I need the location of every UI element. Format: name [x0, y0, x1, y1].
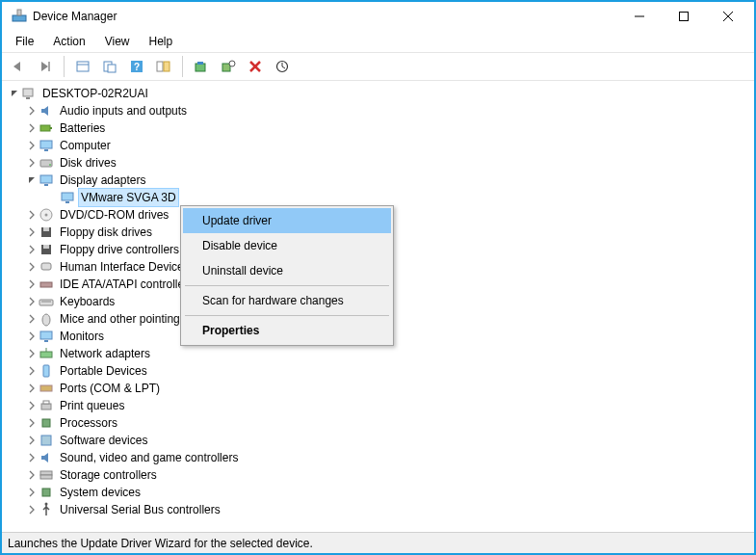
tree-expander[interactable]: [25, 176, 39, 185]
minimize-button[interactable]: [617, 2, 662, 31]
tree-node-sysdev[interactable]: System devices: [4, 484, 752, 501]
node-label: Disk drives: [58, 154, 118, 172]
svg-rect-53: [42, 419, 50, 427]
window-controls: [617, 2, 750, 31]
svg-rect-40: [41, 263, 51, 270]
cd-icon: [39, 207, 54, 223]
tree-node-portable[interactable]: Portable Devices: [4, 362, 752, 380]
menu-action[interactable]: Action: [45, 33, 92, 50]
ports-icon: [39, 381, 54, 396]
refresh-button[interactable]: [272, 56, 293, 77]
tree-expander[interactable]: [25, 210, 39, 220]
statusbar: Launches the Update Driver Wizard for th…: [2, 532, 754, 553]
svg-rect-7: [77, 62, 89, 71]
tree-node-computer[interactable]: Computer: [4, 137, 752, 154]
svg-rect-49: [43, 365, 49, 377]
maximize-button[interactable]: [662, 2, 706, 31]
menu-help[interactable]: Help: [142, 33, 181, 50]
tree-node-display[interactable]: Display adapters: [4, 172, 752, 189]
tree-node-ports[interactable]: Ports (COM & LPT): [4, 380, 752, 397]
properties-button[interactable]: [99, 56, 120, 77]
tree-expander[interactable]: [25, 401, 39, 410]
tree-expander[interactable]: [25, 262, 39, 272]
chip-icon: [39, 415, 54, 431]
tree-node-usb[interactable]: Universal Serial Bus controllers: [4, 501, 752, 518]
tree-expander[interactable]: [25, 505, 39, 515]
tree-node-network[interactable]: Network adapters: [4, 345, 752, 362]
tree-node-audio[interactable]: Audio inputs and outputs: [4, 102, 752, 119]
svg-rect-54: [41, 436, 51, 445]
svg-rect-56: [40, 475, 52, 479]
tree-expander[interactable]: [25, 418, 39, 428]
node-label: Display adapters: [58, 172, 147, 189]
tree-expander[interactable]: [25, 383, 39, 393]
tree-node-storage[interactable]: Storage controllers: [4, 466, 752, 484]
context-menu-item[interactable]: Uninstall device: [183, 258, 391, 283]
tree-expander[interactable]: [25, 436, 39, 445]
scan-hardware-button[interactable]: [218, 56, 239, 77]
forward-button[interactable]: [35, 56, 56, 77]
context-menu-item[interactable]: Scan for hardware changes: [183, 288, 391, 313]
menu-file[interactable]: File: [8, 33, 41, 50]
svg-rect-45: [40, 331, 52, 339]
tree-expander[interactable]: [25, 366, 39, 376]
menu-view[interactable]: View: [97, 33, 138, 50]
tree-node-batteries[interactable]: Batteries: [4, 119, 752, 137]
tree-expander[interactable]: [25, 141, 39, 150]
context-menu-separator: [185, 285, 389, 286]
svg-rect-23: [26, 97, 30, 99]
node-label: Floppy disk drives: [58, 224, 154, 241]
tree-expander[interactable]: [8, 90, 21, 98]
update-driver-button[interactable]: [191, 56, 212, 77]
node-label: Portable Devices: [58, 362, 149, 380]
show-hidden-button[interactable]: [72, 56, 93, 77]
back-button[interactable]: [8, 56, 29, 77]
tree-node-sound[interactable]: Sound, video and game controllers: [4, 449, 752, 466]
svg-rect-47: [40, 352, 52, 357]
tree-expander[interactable]: [25, 488, 39, 497]
svg-point-44: [42, 314, 50, 326]
tree-node-proc[interactable]: Processors: [4, 414, 752, 432]
svg-rect-0: [13, 15, 26, 21]
close-button[interactable]: [706, 2, 750, 31]
tree-expander[interactable]: [25, 470, 39, 480]
tree-expander[interactable]: [25, 106, 39, 116]
uninstall-button[interactable]: [245, 56, 266, 77]
node-label: Audio inputs and outputs: [58, 102, 189, 119]
portable-icon: [39, 363, 54, 379]
toggle-console-button[interactable]: [153, 56, 174, 77]
tree-root[interactable]: DESKTOP-02R2UAI: [4, 85, 752, 102]
tree-expander[interactable]: [25, 349, 39, 358]
tree-node-disk[interactable]: Disk drives: [4, 154, 752, 172]
tree-expander[interactable]: [25, 227, 39, 237]
tree-expander[interactable]: [25, 453, 39, 462]
node-label: VMware SVGA 3D: [79, 189, 178, 206]
svg-rect-10: [108, 65, 116, 72]
context-menu-item[interactable]: Disable device: [183, 233, 391, 258]
tree-expander[interactable]: [25, 123, 39, 133]
svg-rect-3: [680, 13, 689, 21]
tree-node-vmware-svga[interactable]: VMware SVGA 3D: [4, 189, 752, 206]
battery-icon: [39, 120, 54, 136]
node-label: Keyboards: [58, 293, 117, 310]
titlebar[interactable]: Device Manager: [2, 2, 754, 31]
svg-rect-31: [44, 184, 48, 186]
context-menu: Update driverDisable deviceUninstall dev…: [180, 205, 394, 346]
tree-expander[interactable]: [25, 245, 39, 254]
svg-rect-46: [44, 340, 48, 342]
context-menu-item[interactable]: Update driver: [183, 208, 391, 233]
tree-node-printq[interactable]: Print queues: [4, 397, 752, 414]
tree-expander[interactable]: [25, 279, 39, 289]
tree-expander[interactable]: [25, 314, 39, 324]
node-label: Print queues: [58, 397, 126, 414]
tree-expander[interactable]: [25, 297, 39, 306]
help-button[interactable]: ?: [126, 56, 147, 77]
tree-expander[interactable]: [25, 158, 39, 168]
context-menu-item[interactable]: Properties: [183, 318, 391, 343]
node-label: Batteries: [58, 119, 107, 137]
tree-node-softdev[interactable]: Software devices: [4, 432, 752, 449]
svg-text:?: ?: [134, 62, 140, 72]
svg-rect-50: [40, 385, 52, 391]
storage-icon: [39, 467, 54, 483]
tree-expander[interactable]: [25, 331, 39, 341]
